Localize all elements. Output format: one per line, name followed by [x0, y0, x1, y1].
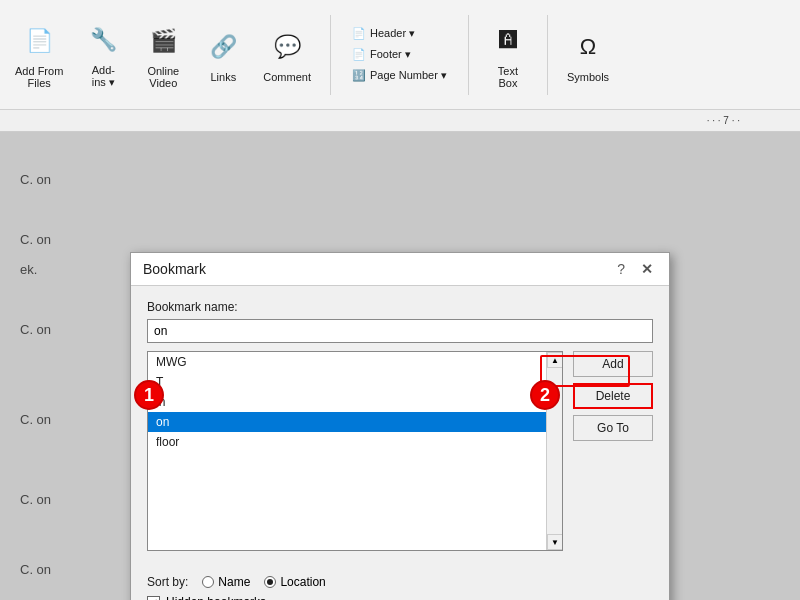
step-2-badge: 2 — [530, 380, 560, 410]
add-from-files-button[interactable]: 📄 Add From Files — [10, 12, 68, 97]
symbols-icon: Ω — [568, 27, 608, 67]
list-item-t[interactable]: T — [148, 372, 562, 392]
symbols-label: Symbols — [567, 71, 609, 83]
hidden-bookmarks-row: ✓ Hidden bookmarks — [147, 595, 653, 600]
help-button[interactable]: ? — [613, 261, 629, 277]
dialog-controls: ? ✕ — [613, 261, 657, 277]
scroll-down-arrow[interactable]: ▼ — [547, 534, 563, 550]
sort-radio-group: Name Location — [202, 575, 325, 589]
footer-icon: 📄 — [352, 48, 366, 61]
doc-text-7: C. on — [20, 562, 51, 577]
document-area: C. on C. on ek. C. on C. on C. on C. on … — [0, 132, 800, 600]
dialog-titlebar: Bookmark ? ✕ — [131, 253, 669, 286]
links-icon: 🔗 — [203, 27, 243, 67]
online-video-label: OnlineVideo — [147, 65, 179, 89]
text-box-label: Text Box — [498, 65, 518, 89]
hidden-bookmarks-label: Hidden bookmarks — [166, 595, 266, 600]
dialog-close-button[interactable]: ✕ — [637, 261, 657, 277]
list-item-in[interactable]: in — [148, 392, 562, 412]
bookmark-name-label: Bookmark name: — [147, 300, 653, 314]
add-button[interactable]: Add — [573, 351, 653, 377]
add-from-files-label: Add From Files — [15, 65, 63, 89]
comment-button[interactable]: 💬 Comment — [258, 12, 316, 97]
go-to-button[interactable]: Go To — [573, 415, 653, 441]
online-video-icon: 🎬 — [143, 21, 183, 61]
doc-text-5: C. on — [20, 412, 51, 427]
sort-location-label: Location — [280, 575, 325, 589]
bookmark-list[interactable]: MWG T in on floor ▲ ▼ — [147, 351, 563, 551]
separator-3 — [547, 15, 548, 95]
add-ins-icon: 🔧 — [83, 20, 123, 60]
delete-button[interactable]: Delete — [573, 383, 653, 409]
footer-label: Footer ▾ — [370, 48, 411, 61]
symbols-button[interactable]: Ω Symbols — [562, 12, 614, 97]
sort-name-option[interactable]: Name — [202, 575, 250, 589]
hidden-bookmarks-checkbox[interactable]: ✓ — [147, 596, 160, 601]
add-ins-label: Add-ins ▾ — [92, 64, 115, 89]
text-box-icon: 🅰 — [488, 21, 528, 61]
links-label: Links — [210, 71, 236, 83]
sort-name-radio[interactable] — [202, 576, 214, 588]
online-video-button[interactable]: 🎬 OnlineVideo — [138, 12, 188, 97]
header-icon: 📄 — [352, 27, 366, 40]
sort-location-option[interactable]: Location — [264, 575, 325, 589]
add-from-files-icon: 📄 — [19, 21, 59, 61]
add-ins-button[interactable]: 🔧 Add-ins ▾ — [78, 12, 128, 97]
page-number-icon: 🔢 — [352, 69, 366, 82]
dialog-body: Bookmark name: MWG T in on floor ▲ ▼ — [131, 286, 669, 565]
footer-button[interactable]: 📄 Footer ▾ — [345, 45, 454, 64]
dialog-title: Bookmark — [143, 261, 206, 277]
doc-text-6: C. on — [20, 492, 51, 507]
dialog-action-buttons: Add Delete Go To — [573, 351, 653, 551]
step-1-badge: 1 — [134, 380, 164, 410]
header-button[interactable]: 📄 Header ▾ — [345, 24, 454, 43]
dialog-footer: Sort by: Name Location ✓ Hidden bookmark… — [131, 565, 669, 600]
separator-2 — [468, 15, 469, 95]
header-label: Header ▾ — [370, 27, 415, 40]
sort-location-radio[interactable] — [264, 576, 276, 588]
doc-text-3: ek. — [20, 262, 37, 277]
bookmark-name-input[interactable] — [147, 319, 653, 343]
sort-label: Sort by: — [147, 575, 188, 589]
comment-label: Comment — [263, 71, 311, 83]
list-item-mwg[interactable]: MWG — [148, 352, 562, 372]
dialog-content: MWG T in on floor ▲ ▼ Add Delete — [147, 351, 653, 551]
page-number-label: Page Number ▾ — [370, 69, 447, 82]
ruler: · · · 7 · · — [0, 110, 800, 132]
doc-text-2: C. on — [20, 232, 51, 247]
doc-text-1: C. on — [20, 172, 51, 187]
insert-group: 📄 Header ▾ 📄 Footer ▾ 🔢 Page Number ▾ — [345, 12, 454, 97]
bookmark-dialog: Bookmark ? ✕ Bookmark name: MWG T in on … — [130, 252, 670, 600]
scroll-up-arrow[interactable]: ▲ — [547, 352, 563, 368]
sort-name-label: Name — [218, 575, 250, 589]
list-item-on[interactable]: on — [148, 412, 562, 432]
separator-1 — [330, 15, 331, 95]
page-number-button[interactable]: 🔢 Page Number ▾ — [345, 66, 454, 85]
text-box-button[interactable]: 🅰 Text Box — [483, 12, 533, 97]
sort-row: Sort by: Name Location — [147, 575, 653, 589]
list-item-floor[interactable]: floor — [148, 432, 562, 452]
doc-text-4: C. on — [20, 322, 51, 337]
comment-icon: 💬 — [267, 27, 307, 67]
links-button[interactable]: 🔗 Links — [198, 12, 248, 97]
toolbar: 📄 Add From Files 🔧 Add-ins ▾ 🎬 OnlineVid… — [0, 0, 800, 110]
